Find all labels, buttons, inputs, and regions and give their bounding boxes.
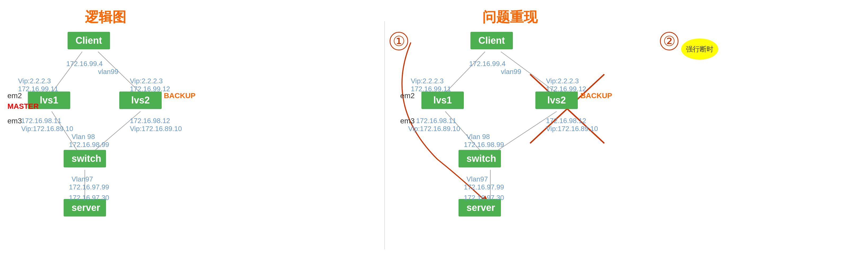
left-label-master: MASTER <box>7 102 39 111</box>
left-label-99-11: 172.16.99.11 <box>18 85 58 93</box>
left-label-99-12: 172.16.99.12 <box>130 85 170 93</box>
left-switch-box: switch <box>64 150 106 167</box>
right-label-99-4: 172.16.99.4 <box>469 60 505 68</box>
speech-bubble: 强行断时 <box>681 38 718 60</box>
right-label-vip2: Vip:2.2.2.3 <box>546 77 579 85</box>
right-client-box: Client <box>470 32 513 49</box>
divider <box>384 21 385 250</box>
left-label-vlan99: vlan99 <box>98 68 119 76</box>
right-label-97-99: 172.16.97.99 <box>464 183 504 191</box>
left-label-vip-89-right: Vip:172.16.89.10 <box>130 125 182 133</box>
right-label-vlan97: Vlan97 <box>466 175 488 183</box>
right-label-99-12: 172.16.99.12 <box>546 85 586 93</box>
left-label-99-4: 172.16.99.4 <box>66 60 102 68</box>
right-title: 问题重现 <box>483 8 537 27</box>
right-label-97-30: 172.16.97.30 <box>464 194 504 202</box>
left-label-98-12: 172.16.98.12 <box>130 117 170 125</box>
right-label-vip1: Vip:2.2.2.3 <box>411 77 444 85</box>
left-label-97-30: 172.16.97.30 <box>69 194 109 202</box>
right-label-em3: em3 <box>400 117 414 125</box>
right-label-99-11: 172.16.99.11 <box>411 85 451 93</box>
right-switch-box: switch <box>459 150 501 167</box>
right-label-vip-89-left: Vip:172.16.89.10 <box>408 125 460 133</box>
circle-1: ① <box>390 32 408 50</box>
left-label-vip2: Vip:2.2.2.3 <box>130 77 163 85</box>
right-label-98-11: 172.16.98.11 <box>416 117 456 125</box>
right-label-vlan98: Vlan 98 <box>466 133 490 141</box>
left-label-vip-89-left: Vip:172.16.89.10 <box>21 125 73 133</box>
right-label-98-12: 172.16.98.12 <box>546 117 586 125</box>
left-label-em3: em3 <box>7 117 22 125</box>
left-label-97-99: 172.16.97.99 <box>69 183 109 191</box>
left-label-vip1: Vip:2.2.2.3 <box>18 77 51 85</box>
circle-2: ② <box>660 32 679 50</box>
right-lvs1-box: lvs1 <box>422 91 464 109</box>
right-lvs2-box: lvs2 <box>535 91 578 109</box>
left-label-98-99: 172.16.98.99 <box>69 141 109 149</box>
left-label-vlan97: Vlan97 <box>71 175 93 183</box>
right-label-vlan99: vlan99 <box>501 68 521 76</box>
left-title: 逻辑图 <box>85 8 126 27</box>
svg-line-5 <box>445 52 485 93</box>
left-label-vlan98: Vlan 98 <box>71 133 95 141</box>
left-label-98-11: 172.16.98.11 <box>21 117 61 125</box>
right-label-98-99: 172.16.98.99 <box>464 141 504 149</box>
right-label-vip-89-right: Vip:172.16.89.10 <box>546 125 598 133</box>
left-lvs2-box: lvs2 <box>119 91 162 109</box>
left-client-box: Client <box>68 32 110 49</box>
